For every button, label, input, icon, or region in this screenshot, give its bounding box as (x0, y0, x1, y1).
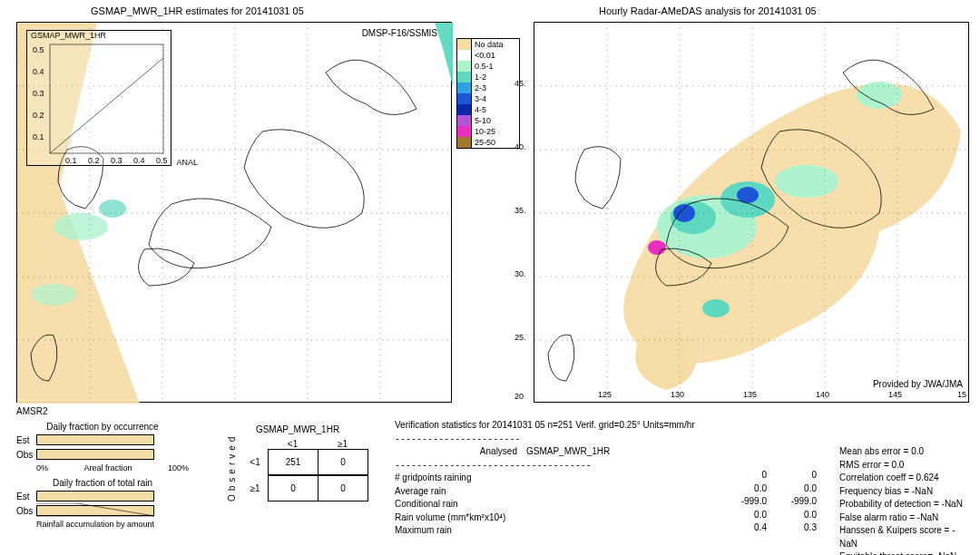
legend-item: 2-3 (457, 83, 519, 93)
svg-point-4 (54, 213, 108, 240)
svg-line-17 (50, 58, 163, 153)
dmsp-label: DMSP-F16/SSMIS (362, 28, 437, 38)
inset-plot: GSMAP_MWR_1HR ANAL 0.1 0.2 0.3 0.4 0.5 0… (26, 30, 172, 166)
legend-item: 0.5-1 (457, 61, 519, 72)
legend-item: 10-25 (457, 126, 519, 137)
legend-item: 5-10 (457, 115, 519, 126)
left-map-title: GSMAP_MWR_1HR estimates for 20141031 05 (91, 5, 304, 16)
tot-title: Daily fraction of total rain (16, 478, 189, 488)
amsr2-label: AMSR2 (16, 406, 47, 416)
inset-label: GSMAP_MWR_1HR (31, 31, 106, 40)
svg-point-22 (648, 240, 666, 255)
legend-item: 4-5 (457, 104, 519, 115)
inset-anal: ANAL (176, 158, 198, 167)
legend-item: 25-50 (457, 137, 519, 148)
svg-point-27 (857, 82, 902, 109)
svg-point-5 (31, 284, 76, 306)
provider-label: Provided by JWA/JMA (873, 379, 963, 389)
legend-item: 3-4 (457, 93, 519, 104)
svg-point-26 (702, 299, 730, 317)
verification-stats: Verification statistics for 20141031 05 … (395, 419, 966, 555)
svg-point-6 (99, 200, 126, 218)
legend-item: No data (457, 39, 519, 50)
legend: No data<0.010.5-11-22-33-44-55-1010-2525… (456, 38, 520, 149)
legend-item: 1-2 (457, 72, 519, 83)
right-map: 20 25. 30. 35. 40. 45. 125 130 135 140 1… (534, 22, 969, 403)
right-map-title: Hourly Radar-AMeDAS analysis for 2014103… (599, 5, 817, 16)
svg-rect-18 (50, 44, 163, 153)
svg-point-25 (775, 165, 838, 198)
verif-header: Verification statistics for 20141031 05 … (395, 419, 966, 433)
contingency-table: GSMAP_MWR_1HR Observed <1 ≥1 <1 2510 ≥1 … (227, 424, 368, 501)
left-map: GSMAP_MWR_1HR ANAL 0.1 0.2 0.3 0.4 0.5 0… (16, 22, 452, 403)
svg-marker-3 (435, 23, 453, 86)
occ-title: Daily fraction by occurrence (16, 422, 189, 432)
fraction-bars: Daily fraction by occurrence Est Obs 0%A… (16, 422, 189, 529)
legend-item: <0.01 (457, 50, 519, 61)
